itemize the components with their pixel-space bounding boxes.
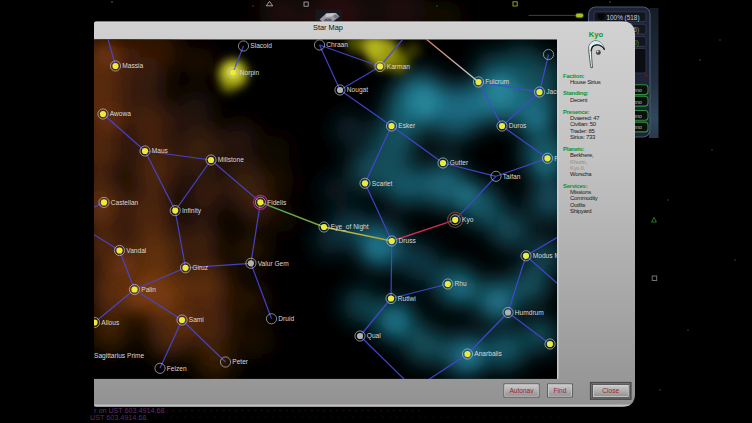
- svg-text:Druid: Druid: [278, 315, 294, 322]
- svg-text:Sami: Sami: [189, 316, 205, 323]
- svg-text:Kyo II,: Kyo II,: [570, 165, 586, 171]
- svg-text:Planets:: Planets:: [563, 146, 585, 152]
- svg-text:Humdrum: Humdrum: [515, 309, 544, 316]
- svg-text:Shipyard: Shipyard: [570, 208, 591, 214]
- svg-text:Allous: Allous: [101, 319, 120, 326]
- svg-text:Trader: 85: Trader: 85: [570, 128, 595, 134]
- svg-text:Fulcrum: Fulcrum: [485, 78, 509, 85]
- svg-text:Eye_of Night: Eye_of Night: [331, 223, 369, 231]
- svg-text:Civilian: 50: Civilian: 50: [570, 121, 597, 127]
- svg-text:Peter: Peter: [232, 358, 249, 365]
- svg-text:Autonav: Autonav: [509, 387, 534, 394]
- svg-text:Castellan: Castellan: [111, 199, 139, 206]
- svg-text:Close: Close: [602, 387, 619, 394]
- svg-text:Khorin,: Khorin,: [570, 159, 588, 165]
- svg-text:Giruz: Giruz: [192, 264, 208, 271]
- svg-text:Berkhere,: Berkhere,: [570, 152, 594, 158]
- svg-text:Find: Find: [554, 387, 567, 394]
- svg-text:Valur Gem: Valur Gem: [258, 260, 290, 267]
- svg-text:Druss: Druss: [399, 237, 417, 244]
- svg-text:Awowa: Awowa: [110, 110, 131, 117]
- svg-text:Gutter: Gutter: [450, 159, 469, 166]
- svg-text:Decent: Decent: [570, 97, 588, 103]
- svg-text:Presence:: Presence:: [563, 109, 590, 115]
- svg-text:Sagittarius Prime: Sagittarius Prime: [94, 352, 145, 360]
- svg-text:Felzen: Felzen: [167, 365, 187, 372]
- svg-text:Kyo: Kyo: [589, 30, 604, 39]
- svg-text:Massia: Massia: [122, 62, 143, 69]
- svg-text:Faction:: Faction:: [563, 73, 585, 79]
- svg-text:Maus: Maus: [152, 147, 169, 154]
- svg-text:Fidelis: Fidelis: [267, 199, 287, 206]
- svg-text:Commodity: Commodity: [570, 195, 598, 201]
- svg-text:Norpin: Norpin: [240, 69, 260, 77]
- svg-text:Rhu: Rhu: [455, 280, 467, 287]
- svg-text:UST 603.4914.68.: UST 603.4914.68.: [90, 413, 148, 422]
- svg-text:Karman: Karman: [387, 63, 410, 70]
- svg-text:Standing:: Standing:: [563, 90, 589, 96]
- svg-text:Anarbalis: Anarbalis: [474, 350, 502, 357]
- svg-text:Vandal: Vandal: [126, 247, 147, 254]
- svg-text:Services:: Services:: [563, 183, 588, 189]
- svg-text:Taifan: Taifan: [503, 173, 521, 180]
- svg-text:Scarlet: Scarlet: [372, 180, 393, 187]
- svg-text:Duros: Duros: [509, 122, 527, 129]
- svg-text:100% (518): 100% (518): [607, 14, 640, 22]
- svg-text:Kyo: Kyo: [462, 216, 474, 224]
- svg-text:Esker: Esker: [398, 122, 416, 129]
- svg-text:House Sirius: House Sirius: [570, 79, 601, 85]
- svg-text:Palin: Palin: [141, 286, 156, 293]
- svg-text:Dvaered: 47: Dvaered: 47: [570, 115, 599, 121]
- svg-text:Millstone: Millstone: [218, 156, 244, 163]
- svg-text:Slacoid: Slacoid: [250, 42, 272, 49]
- svg-text:Star Map: Star Map: [313, 23, 343, 32]
- svg-text:Missions: Missions: [570, 189, 591, 195]
- svg-text:Rutlwi: Rutlwi: [398, 295, 416, 302]
- svg-text:Qual: Qual: [367, 332, 381, 340]
- svg-text:Infinity: Infinity: [182, 207, 202, 215]
- svg-text:Chraan: Chraan: [326, 41, 348, 48]
- svg-text:Sirius: 733: Sirius: 733: [570, 134, 596, 140]
- svg-text:Nougat: Nougat: [347, 86, 368, 94]
- svg-text:Outfits: Outfits: [570, 202, 586, 208]
- svg-text:Worscha: Worscha: [570, 171, 592, 177]
